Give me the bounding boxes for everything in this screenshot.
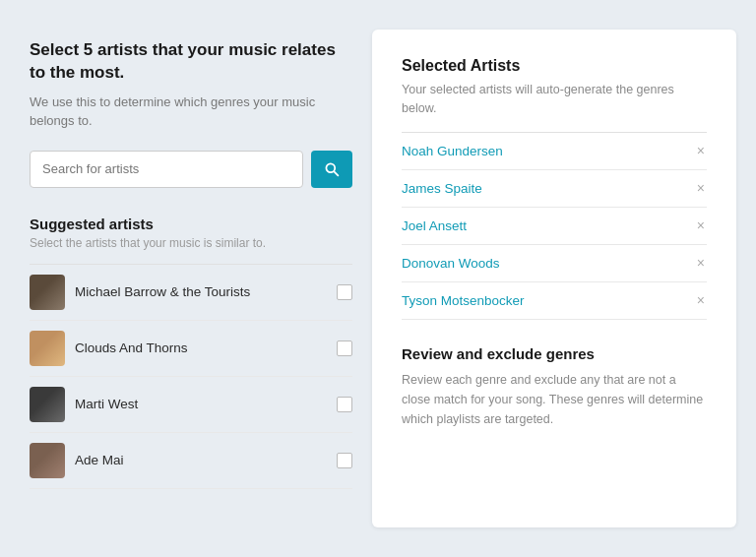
artist-avatar <box>30 275 65 310</box>
selected-artist-name: Noah Gundersen <box>402 144 503 158</box>
artist-avatar <box>30 443 65 478</box>
left-panel: Select 5 artists that your music relates… <box>20 30 372 527</box>
artist-row[interactable]: Clouds And Thorns <box>30 321 352 377</box>
search-button[interactable] <box>311 151 352 188</box>
main-subtext: We use this to determine which genres yo… <box>30 93 352 131</box>
remove-artist-button[interactable]: × <box>695 144 707 157</box>
artist-checkbox[interactable] <box>337 284 352 300</box>
selected-artist-name: Donovan Woods <box>402 256 500 271</box>
suggested-subtext: Select the artists that your music is si… <box>30 236 352 250</box>
artist-avatar <box>30 331 65 366</box>
remove-artist-button[interactable]: × <box>695 256 707 270</box>
selected-artists-title: Selected Artists <box>402 57 707 75</box>
artist-row[interactable]: Ade Mai <box>30 433 352 489</box>
selected-artist-row: Joel Ansett× <box>402 208 707 245</box>
selected-artist-list: Noah Gundersen×James Spaite×Joel Ansett×… <box>402 132 707 320</box>
search-icon <box>324 161 340 177</box>
artist-checkbox[interactable] <box>337 453 352 468</box>
selected-artist-row: James Spaite× <box>402 170 707 208</box>
artist-avatar <box>30 387 65 422</box>
artist-row[interactable]: Marti West <box>30 377 352 433</box>
artist-name: Marti West <box>75 397 327 411</box>
suggested-heading: Suggested artists <box>30 216 352 232</box>
search-row <box>30 151 352 188</box>
remove-artist-button[interactable]: × <box>695 181 707 195</box>
selected-artist-name: Tyson Motsenbocker <box>402 293 525 308</box>
selected-artist-name: James Spaite <box>402 181 482 196</box>
review-subtext: Review each genre and exclude any that a… <box>402 370 707 429</box>
svg-line-1 <box>334 171 338 175</box>
selected-artist-row: Tyson Motsenbocker× <box>402 282 707 320</box>
search-input[interactable] <box>30 151 303 188</box>
review-heading: Review and exclude genres <box>402 345 707 362</box>
artist-list: Michael Barrow & the TouristsClouds And … <box>30 264 352 489</box>
artist-name: Clouds And Thorns <box>75 340 327 355</box>
artist-checkbox[interactable] <box>337 340 352 356</box>
selected-artist-row: Noah Gundersen× <box>402 133 707 170</box>
selected-artists-subtext: Your selected artists will auto-generate… <box>402 81 707 118</box>
selected-artist-name: Joel Ansett <box>402 218 467 233</box>
remove-artist-button[interactable]: × <box>695 218 707 232</box>
main-heading: Select 5 artists that your music relates… <box>30 39 352 85</box>
artist-name: Ade Mai <box>75 453 327 467</box>
artist-row[interactable]: Michael Barrow & the Tourists <box>30 265 352 321</box>
selected-artist-row: Donovan Woods× <box>402 245 707 282</box>
right-panel: Selected Artists Your selected artists w… <box>372 30 736 527</box>
remove-artist-button[interactable]: × <box>695 293 707 307</box>
artist-name: Michael Barrow & the Tourists <box>75 284 327 299</box>
artist-checkbox[interactable] <box>337 397 352 412</box>
